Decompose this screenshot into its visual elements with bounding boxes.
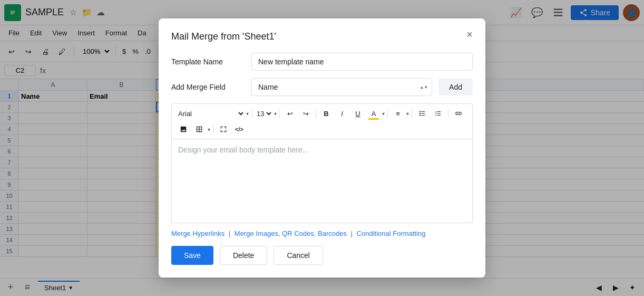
merge-hyperlinks-link[interactable]: Merge Hyperlinks [171, 230, 225, 237]
template-name-input[interactable] [251, 53, 473, 71]
conditional-formatting-link[interactable]: Conditional Formatting [357, 230, 426, 237]
table-dropdown-icon[interactable]: ▾ [208, 127, 210, 132]
email-body-editor[interactable]: Design your email body template here... [171, 139, 473, 223]
template-name-row: Template Name [171, 53, 473, 71]
rt-separator-4 [387, 109, 388, 118]
link-separator-1: | [229, 230, 230, 237]
undo-rt-button[interactable]: ↩ [282, 106, 297, 121]
save-button[interactable]: Save [171, 246, 213, 265]
font-dropdown-icon: ▾ [246, 111, 249, 117]
code-button[interactable]: </> [232, 122, 247, 137]
image-button[interactable] [176, 122, 191, 137]
underline-button[interactable]: U [350, 106, 365, 121]
rt-separator-6 [448, 109, 448, 118]
svg-rect-14 [437, 111, 441, 112]
mail-merge-dialog: Mail Merge from 'Sheet1' × Template Name… [159, 18, 485, 278]
template-name-label: Template Name [171, 58, 245, 66]
modal-overlay: Mail Merge from 'Sheet1' × Template Name… [0, 0, 644, 296]
svg-point-9 [419, 113, 421, 114]
align-button[interactable]: ≡ [391, 106, 405, 121]
merge-links: Merge Hyperlinks | Merge Images, QR Code… [171, 230, 473, 237]
rt-separator-1 [251, 109, 252, 118]
link-button[interactable] [451, 106, 466, 121]
close-button[interactable]: × [462, 27, 477, 42]
svg-text:3.: 3. [435, 114, 437, 117]
rt-separator-3 [316, 109, 316, 118]
link-separator-2: | [351, 230, 353, 237]
highlight-dropdown-icon[interactable]: ▾ [382, 111, 385, 117]
merge-images-link[interactable]: Merge Images, QR Codes, Barcodes [235, 230, 347, 237]
svg-rect-16 [437, 113, 441, 113]
editor-placeholder: Design your email body template here... [178, 146, 308, 154]
merge-field-select-wrapper: Name Email [251, 78, 432, 96]
svg-rect-10 [421, 113, 425, 113]
merge-field-row: Add Merge Field Name Email Add [171, 78, 473, 96]
highlight-underline [368, 118, 379, 120]
font-size-select[interactable]: 13 11 14 16 18 [255, 109, 273, 118]
italic-button[interactable]: I [335, 106, 349, 121]
bullet-list-button[interactable] [415, 106, 430, 121]
svg-rect-18 [437, 115, 441, 116]
svg-rect-8 [421, 111, 425, 112]
size-dropdown-icon: ▾ [274, 111, 277, 117]
add-merge-field-label: Add Merge Field [171, 83, 245, 91]
redo-rt-button[interactable]: ↪ [298, 106, 313, 121]
dialog-title: Mail Merge from 'Sheet1' [171, 31, 473, 42]
add-merge-field-button[interactable]: Add [438, 79, 473, 96]
svg-point-7 [419, 111, 421, 112]
ordered-list-button[interactable]: 1.2.3. [431, 106, 445, 121]
cancel-button[interactable]: Cancel [274, 246, 323, 265]
merge-field-select[interactable]: Name Email [251, 78, 432, 96]
svg-rect-12 [421, 115, 425, 116]
rt-separator-2 [279, 109, 280, 118]
rt-separator-5 [412, 109, 412, 118]
dialog-footer: Save Delete Cancel [171, 246, 473, 265]
svg-point-11 [419, 114, 421, 116]
align-dropdown-icon[interactable]: ▾ [406, 111, 409, 117]
bold-button[interactable]: B [319, 106, 334, 121]
font-family-select[interactable]: Arial Times New Roman Verdana [176, 109, 245, 118]
rt-separator-7 [213, 125, 213, 134]
rich-text-toolbar: Arial Times New Roman Verdana ▾ 13 11 14… [171, 103, 473, 139]
expand-button[interactable] [216, 122, 231, 137]
highlight-button[interactable]: A [366, 106, 381, 121]
delete-button[interactable]: Delete [220, 246, 267, 265]
table-button[interactable] [192, 122, 207, 137]
